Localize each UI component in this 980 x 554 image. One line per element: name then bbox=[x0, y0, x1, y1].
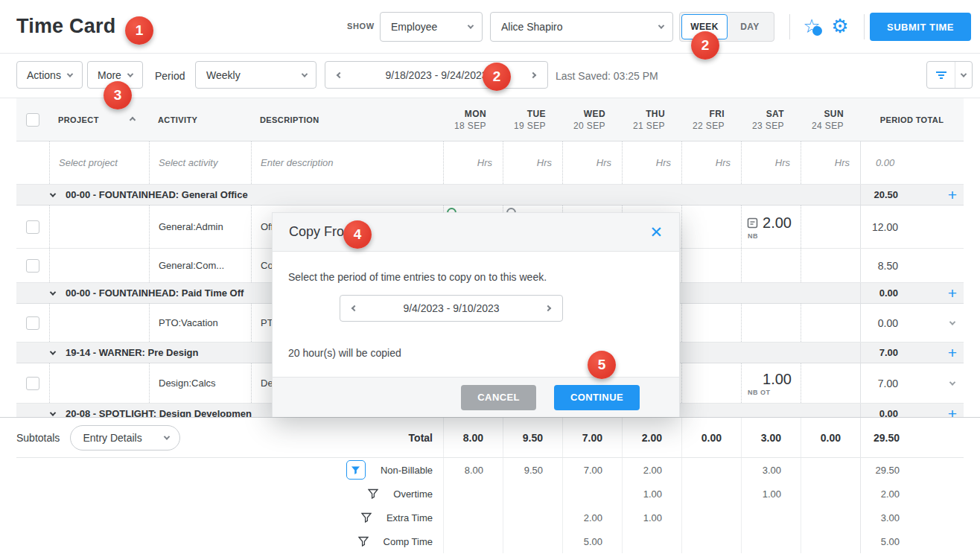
hours-tags: NB OT bbox=[748, 389, 771, 396]
breakdown-value: 3.00 bbox=[741, 458, 801, 482]
copy-date-range[interactable]: 9/4/2023 - 9/10/2023 bbox=[369, 302, 534, 314]
hrs-input-sat[interactable]: Hrs bbox=[741, 141, 801, 184]
breakdown-value bbox=[622, 529, 681, 553]
filter-funnel-active-icon[interactable] bbox=[346, 460, 366, 480]
hrs-input-fri[interactable]: Hrs bbox=[681, 141, 741, 184]
close-icon[interactable]: ✕ bbox=[649, 224, 663, 240]
entry-activity[interactable]: PTO:Vacation bbox=[149, 304, 251, 342]
add-entry-icon[interactable]: + bbox=[941, 285, 964, 301]
day-total-thu: 2.00 bbox=[622, 418, 681, 457]
day-cell-fri[interactable] bbox=[681, 206, 741, 248]
hours-value[interactable]: 1.00 bbox=[763, 371, 792, 388]
employee-select[interactable]: Alice Shapiro bbox=[490, 12, 673, 42]
chevron-down-icon bbox=[961, 71, 967, 77]
breakdown-value bbox=[503, 529, 562, 553]
column-day-fri: FRI22 SEP bbox=[681, 98, 741, 141]
next-week-button[interactable] bbox=[519, 62, 547, 88]
chevron-right-icon bbox=[530, 71, 536, 77]
hrs-input-thu[interactable]: Hrs bbox=[622, 141, 681, 184]
breakdown-value bbox=[741, 506, 801, 529]
row-checkbox[interactable] bbox=[26, 316, 39, 330]
group-toggle[interactable]: 00-00 - FOUNTAINHEAD: General Office bbox=[16, 185, 860, 205]
entry-activity[interactable]: General:Com... bbox=[149, 249, 251, 282]
day-cell-sun[interactable] bbox=[801, 249, 860, 282]
show-mode-value: Employee bbox=[391, 21, 437, 33]
breakdown-value bbox=[801, 482, 860, 506]
sort-asc-icon[interactable] bbox=[130, 116, 136, 122]
breakdown-value: 1.00 bbox=[622, 506, 681, 529]
activity-input[interactable]: Select activity bbox=[149, 141, 251, 184]
filter-split-button bbox=[926, 61, 973, 89]
entry-total: 7.00 bbox=[861, 378, 941, 389]
project-input[interactable]: Select project bbox=[49, 141, 149, 184]
prev-period-button[interactable] bbox=[340, 296, 369, 321]
subtotals-view-select[interactable]: Entry Details bbox=[70, 425, 180, 450]
day-cell-fri[interactable] bbox=[681, 363, 741, 403]
column-activity[interactable]: ACTIVITY bbox=[158, 115, 197, 124]
day-cell-sun[interactable] bbox=[801, 206, 860, 248]
row-checkbox[interactable] bbox=[26, 220, 39, 234]
day-cell-sun[interactable] bbox=[801, 363, 860, 403]
day-cell-sat[interactable] bbox=[741, 249, 801, 282]
day-cell-sat[interactable] bbox=[741, 304, 801, 342]
day-cell-fri[interactable] bbox=[681, 249, 741, 282]
chevron-left-icon bbox=[351, 305, 357, 311]
actions-button[interactable]: Actions bbox=[16, 61, 83, 89]
filter-button[interactable] bbox=[927, 62, 955, 88]
hrs-input-tue[interactable]: Hrs bbox=[503, 141, 562, 184]
time-card-page: Time Card SHOW Employee Alice Shapiro WE… bbox=[0, 0, 980, 554]
breakdown-value bbox=[801, 458, 860, 482]
filter-funnel-icon[interactable] bbox=[358, 536, 369, 547]
next-period-button[interactable] bbox=[534, 296, 562, 321]
step-badge-4: 4 bbox=[343, 220, 372, 249]
add-entry-icon[interactable]: + bbox=[941, 187, 964, 203]
modal-header: Copy From ✕ bbox=[273, 213, 679, 252]
day-cell-sun[interactable] bbox=[801, 304, 860, 342]
hrs-input-wed[interactable]: Hrs bbox=[562, 141, 622, 184]
day-cell-fri[interactable] bbox=[681, 304, 741, 342]
more-label: More bbox=[98, 69, 121, 81]
hrs-input-sun[interactable]: Hrs bbox=[801, 141, 860, 184]
select-all-checkbox[interactable] bbox=[26, 113, 39, 127]
favorites-star-icon[interactable]: ☆ bbox=[800, 13, 824, 39]
add-entry-icon[interactable]: + bbox=[941, 345, 964, 360]
entry-activity[interactable]: Design:Calcs bbox=[149, 363, 251, 403]
submit-time-button[interactable]: SUBMIT TIME bbox=[870, 13, 971, 41]
tab-day[interactable]: DAY bbox=[728, 14, 772, 39]
cancel-button[interactable]: CANCEL bbox=[461, 385, 536, 410]
description-input[interactable]: Enter description bbox=[251, 141, 443, 184]
row-checkbox[interactable] bbox=[26, 377, 39, 390]
period-select[interactable]: Weekly bbox=[195, 61, 316, 89]
filter-funnel-icon[interactable] bbox=[361, 512, 372, 523]
period-label: Period bbox=[155, 70, 185, 82]
breakdown-value: 8.00 bbox=[443, 458, 503, 482]
group-total: 20.50 bbox=[861, 189, 941, 200]
employee-value: Alice Shapiro bbox=[501, 21, 563, 33]
prev-week-button[interactable] bbox=[325, 62, 354, 88]
breakdown-period-total: 2.00 bbox=[860, 482, 964, 506]
column-project[interactable]: PROJECT bbox=[58, 115, 99, 124]
chevron-down-icon bbox=[658, 22, 664, 28]
filter-dropdown-button[interactable] bbox=[955, 62, 972, 88]
continue-button[interactable]: CONTINUE bbox=[554, 385, 640, 410]
day-cell-sat[interactable]: 2.00 NB bbox=[741, 206, 801, 248]
table-header-row: PROJECT ACTIVITY DESCRIPTION MON18 SEP T… bbox=[16, 98, 964, 141]
row-checkbox[interactable] bbox=[26, 259, 39, 273]
day-cell-sat[interactable]: 1.00 NB OT bbox=[741, 363, 801, 403]
hrs-input-mon[interactable]: Hrs bbox=[443, 141, 503, 184]
step-badge-2-week: 2 bbox=[691, 31, 719, 60]
entry-activity[interactable]: General:Admin bbox=[149, 206, 251, 248]
filter-funnel-icon[interactable] bbox=[368, 488, 378, 499]
breakdown-period-total: 5.00 bbox=[860, 529, 964, 553]
show-mode-select[interactable]: Employee bbox=[380, 12, 483, 42]
expand-row-button[interactable] bbox=[941, 321, 964, 325]
column-description[interactable]: DESCRIPTION bbox=[260, 115, 319, 124]
show-label: SHOW bbox=[347, 22, 375, 31]
expand-row-button[interactable] bbox=[941, 381, 964, 386]
settings-gear-icon[interactable]: ⚙ bbox=[828, 13, 852, 39]
day-total-wed: 7.00 bbox=[562, 418, 622, 457]
hours-value[interactable]: 2.00 bbox=[763, 214, 792, 232]
step-badge-3: 3 bbox=[104, 81, 132, 109]
day-total-mon: 8.00 bbox=[443, 418, 503, 457]
chevron-down-icon bbox=[50, 289, 56, 295]
